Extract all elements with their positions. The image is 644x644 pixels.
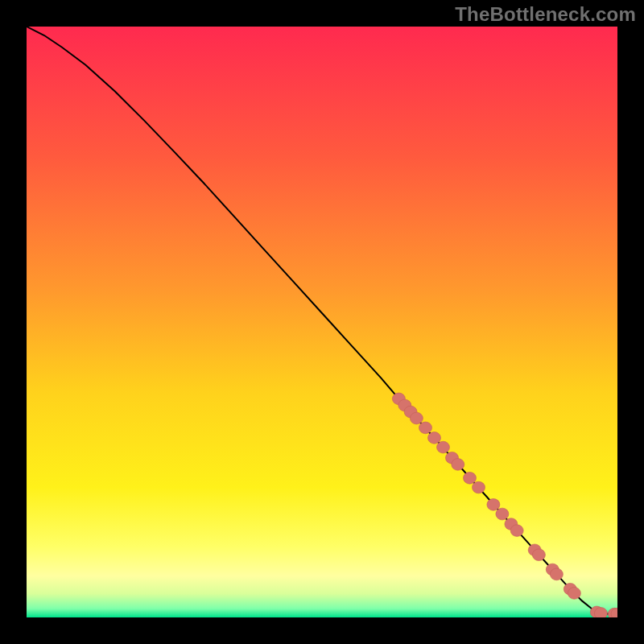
data-point-marker [428,432,441,444]
data-point-marker [568,588,580,600]
gradient-background [27,27,617,617]
chart-frame: TheBottleneck.com [0,0,644,644]
data-point-marker [419,422,432,434]
plot-area [27,27,617,617]
data-point-marker [410,412,423,424]
data-point-marker [437,441,450,453]
data-point-marker [550,568,563,580]
data-point-marker [532,549,545,561]
data-point-marker [452,459,464,471]
chart-svg [27,27,617,617]
data-point-marker [496,508,509,520]
data-point-marker [594,608,607,617]
data-point-marker [473,481,485,493]
data-point-marker [510,525,523,537]
data-point-marker [487,498,500,510]
watermark-text: TheBottleneck.com [455,3,636,26]
data-point-marker [464,472,477,484]
